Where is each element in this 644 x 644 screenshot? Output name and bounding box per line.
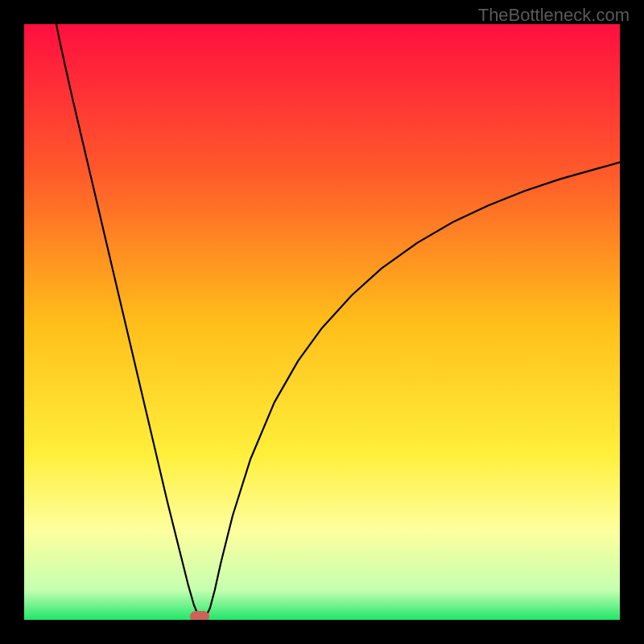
bottleneck-curve bbox=[24, 24, 620, 620]
optimal-marker bbox=[190, 611, 209, 620]
chart-frame bbox=[24, 24, 620, 620]
watermark-label: TheBottleneck.com bbox=[478, 5, 630, 26]
